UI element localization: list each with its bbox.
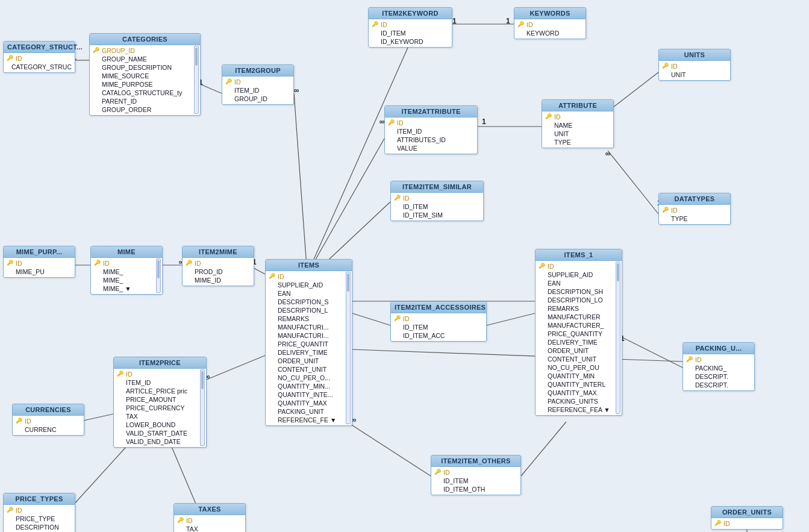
col-name-items-14: QUANTITY_INTE... [278,391,333,398]
table-row-categories-1: GROUP_NAME [90,55,200,63]
table-header-item2group: ITEM2GROUP [222,65,293,77]
scrollbar-items[interactable] [346,272,351,424]
scrollbar-item2price[interactable] [200,369,205,446]
table-packing_u[interactable]: PACKING_U...🔑IDPACKING_DESCRIPT.DESCRIPT… [682,342,755,391]
table-items[interactable]: ITEMS🔑IDSUPPLIER_AIDEANDESCRIPTION_SDESC… [265,259,352,426]
table-row-item2mime-2: MIME_ID [183,276,254,284]
col-name-item2group-0: ID [234,78,241,86]
table-body-item2price: 🔑IDITEM_IDARTICLE_PRICE pricPRICE_AMOUNT… [114,369,206,447]
rel-i2g-items: ∞ [294,86,299,95]
col-name-units-0: ID [671,63,678,70]
col-name-mime-0: ID [103,260,110,267]
col-name-mime-1: MIME_ [103,268,123,275]
col-name-item2price-4: PRICE_CURRENCY [126,404,184,412]
svg-line-7 [608,72,658,111]
table-row-categories-2: GROUP_DESCRIPTION [90,63,200,72]
table-category_struct[interactable]: CATEGORY_STRUCT...🔑IDCATEGORY_STRUC [3,41,75,73]
table-price_types[interactable]: PRICE_TYPES🔑IDPRICE_TYPEDESCRIPTION [3,493,75,532]
table-row-attribute-3: TYPE [542,138,613,146]
svg-line-1 [201,84,222,93]
table-header-categories: CATEGORIES [90,34,200,45]
table-header-order_units: ORDER_UNITS [711,507,782,518]
col-name-mime_purp-0: ID [16,260,22,267]
table-item2price[interactable]: ITEM2PRICE🔑IDITEM_IDARTICLE_PRICE pricPR… [113,357,207,448]
table-header-item2item_others: ITEM2ITEM_OTHERS [431,455,520,467]
table-row-items-12: NO_CU_PER_O... [266,374,352,382]
table-currencies[interactable]: CURRENCIES🔑IDCURRENC [12,404,84,436]
table-row-items-0: 🔑ID [266,272,352,281]
table-row-categories-5: CATALOG_STRUCTURE_ty [90,89,200,97]
table-categories[interactable]: CATEGORIES🔑GROUP_IDGROUP_NAMEGROUP_DESCR… [89,33,201,116]
table-row-items-16: PACKING_UNIT [266,407,352,416]
table-body-category_struct: 🔑IDCATEGORY_STRUC [4,53,75,72]
table-item2item_others[interactable]: ITEM2ITEM_OTHERS🔑IDID_ITEMID_ITEM_OTH [431,455,521,495]
table-attribute[interactable]: ATTRIBUTE🔑IDNAMEUNITTYPE [542,99,614,148]
table-keywords[interactable]: KEYWORDS🔑IDKEYWORD [514,7,586,39]
table-row-mime_purp-1: MIME_PU [4,268,75,276]
col-name-item2item_accessoires-1: ID_ITEM [403,324,428,331]
table-header-attribute: ATTRIBUTE [542,100,613,111]
table-row-item2group-1: ITEM_ID [222,86,293,95]
col-name-attribute-3: TYPE [554,139,570,146]
col-name-items-8: PRICE_QUANTIT [278,340,328,348]
table-item2attribute[interactable]: ITEM2ATTRIBUTE🔑IDITEM_IDATTRIBUTES_IDVAL… [384,105,478,154]
table-item2keyword[interactable]: ITEM2KEYWORD🔑IDID_ITEMID_KEYWORD [368,7,452,48]
col-name-item2attribute-0: ID [397,119,404,127]
table-item2item_similar[interactable]: ITEM2ITEM_SIMILAR🔑IDID_ITEMID_ITEM_SIM [390,181,484,221]
col-name-items_1-2: EAN [548,280,561,287]
table-header-item2attribute: ITEM2ATTRIBUTE [385,106,477,117]
table-body-item2mime: 🔑IDPROD_IDMIME_ID [183,258,254,286]
col-name-items_1-16: PACKING_UNITS [548,398,598,405]
svg-line-17 [622,337,682,368]
table-row-items-1: SUPPLIER_AID [266,281,352,289]
scrollbar-categories[interactable] [194,46,199,114]
table-row-item2price-7: VALID_START_DATE [114,429,206,437]
col-name-item2group-2: GROUP_ID [234,95,267,102]
svg-line-8 [608,151,658,214]
table-header-mime_purp: MIME_PURP... [4,246,75,258]
table-row-item2item_accessoires-1: ID_ITEM [391,323,486,331]
table-body-packing_u: 🔑IDPACKING_DESCRIPT.DESCRIPT. [683,354,754,390]
table-header-item2keyword: ITEM2KEYWORD [369,8,452,19]
col-name-items_1-10: ORDER_UNIT [548,347,589,354]
table-items_1[interactable]: ITEMS_1🔑IDSUPPLIER_AIDEANDESCRIPTION_SHD… [535,249,622,416]
key-icon: 🔑 [117,371,124,378]
col-name-units-1: UNIT [671,71,686,78]
table-row-item2item_similar-2: ID_ITEM_SIM [391,211,483,219]
table-row-items_1-17: REFERENCE_FEA ▼ [536,405,622,414]
table-row-categories-0: 🔑GROUP_ID [90,46,200,55]
table-row-items_1-4: DESCRIPTION_LO [536,296,622,304]
table-item2mime[interactable]: ITEM2MIME🔑IDPROD_IDMIME_ID [182,246,254,286]
table-header-keywords: KEYWORDS [514,8,586,19]
table-row-items-11: CONTENT_UNIT [266,365,352,374]
table-row-item2item_others-0: 🔑ID [431,468,520,477]
scrollbar-items_1[interactable] [616,261,620,414]
col-name-categories-3: MIME_SOURCE [102,72,149,80]
table-row-items_1-5: REMARKS [536,304,622,313]
col-name-price_types-1: PRICE_TYPE [16,515,55,522]
table-row-items_1-6: MANUFACTURER [536,313,622,321]
table-order_units[interactable]: ORDER_UNITS🔑ID [711,506,783,530]
table-body-currencies: 🔑IDCURRENC [13,416,84,435]
scrollbar-mime[interactable] [156,258,161,293]
table-mime[interactable]: MIME🔑IDMIME_MIME_MIME_ ▼ [90,246,163,295]
col-name-packing_u-3: DESCRIPT. [695,381,728,389]
table-row-item2price-5: TAX [114,412,206,421]
col-name-item2item_similar-2: ID_ITEM_SIM [403,211,443,219]
table-item2group[interactable]: ITEM2GROUP🔑IDITEM_IDGROUP_ID [222,64,294,105]
table-row-categories-4: MIME_PURPOSE [90,80,200,89]
table-row-items-7: MANUFACTURI... [266,331,352,340]
col-name-items_1-4: DESCRIPTION_LO [548,296,603,304]
table-mime_purp[interactable]: MIME_PURP...🔑IDMIME_PU [3,246,75,278]
table-taxes[interactable]: TAXES🔑IDTAX [173,503,246,532]
table-row-keywords-0: 🔑ID [514,20,586,29]
col-name-categories-2: GROUP_DESCRIPTION [102,64,172,71]
col-name-categories-4: MIME_PURPOSE [102,81,153,88]
col-name-items-7: MANUFACTURI... [278,332,329,339]
svg-line-21 [521,422,566,476]
key-icon: 🔑 [394,315,401,322]
table-datatypes[interactable]: DATATYPES🔑IDTYPE [658,193,731,225]
table-units[interactable]: UNITS🔑IDUNIT [658,49,731,81]
table-item2item_accessoires[interactable]: ITEM2ITEM_ACCESSOIRES🔑IDID_ITEMID_ITEM_A… [390,301,487,342]
table-row-item2group-2: GROUP_ID [222,95,293,103]
